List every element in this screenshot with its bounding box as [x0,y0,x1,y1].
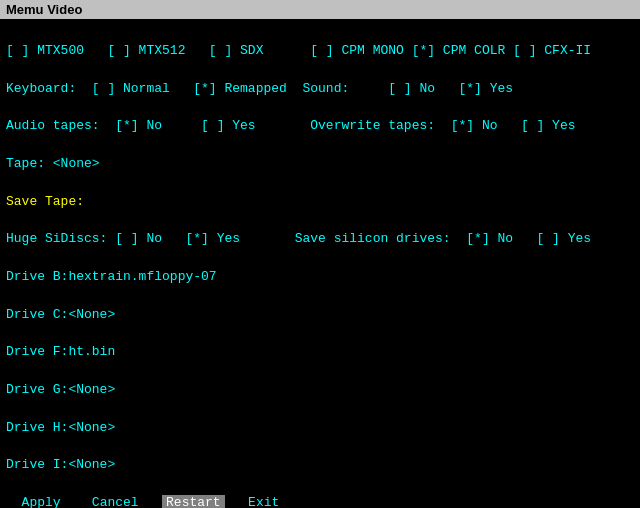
terminal: [ ] MTX500 [ ] MTX512 [ ] SDX [ ] CPM MO… [0,19,640,508]
line-drivef: Drive F:ht.bin [6,343,634,362]
cancel-button[interactable]: Cancel [92,495,139,508]
title-bar: Memu Video [0,0,640,19]
line-drivei: Drive I:<None> [6,456,634,475]
line-drivec: Drive C:<None> [6,306,634,325]
line-save-tape: Save Tape: [6,193,634,212]
line-driveh: Drive H:<None> [6,419,634,438]
line-keyboard: Keyboard: [ ] Normal [*] Remapped Sound:… [6,80,634,99]
line-huge: Huge SiDiscs: [ ] No [*] Yes Save silico… [6,230,634,249]
save-tape-label: Save Tape: [6,194,84,209]
title-label: Memu Video [6,2,82,17]
line-driveb: Drive B:hextrain.mfloppy-07 [6,268,634,287]
restart-button[interactable]: Restart [162,495,225,508]
line-buttons: Apply Cancel Restart Exit [6,494,634,508]
line-driveg: Drive G:<None> [6,381,634,400]
line-tape: Tape: <None> [6,155,634,174]
apply-button[interactable]: Apply [22,495,61,508]
line-mtx: [ ] MTX500 [ ] MTX512 [ ] SDX [ ] CPM MO… [6,42,634,61]
line-audio: Audio tapes: [*] No [ ] Yes Overwrite ta… [6,117,634,136]
exit-button[interactable]: Exit [248,495,279,508]
